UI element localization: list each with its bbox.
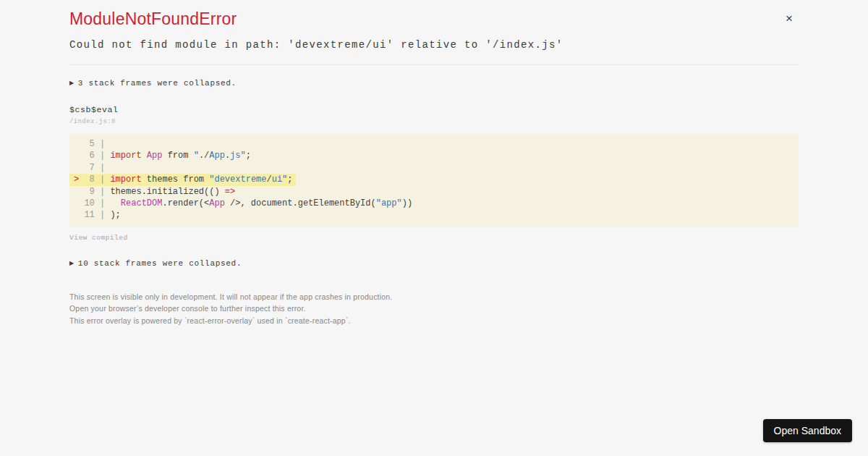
footer-line-console: Open your browser’s developer console to… — [69, 303, 799, 314]
collapsed-frames-label: 10 stack frames were collapsed. — [78, 259, 242, 268]
stack-collapse-toggle-top[interactable]: ▶3 stack frames were collapsed. — [69, 79, 799, 88]
footer-note: This screen is visible only in developme… — [69, 291, 799, 326]
code-line: > 8 | import themes from "devextreme/ui"… — [69, 174, 799, 185]
collapsed-frames-label: 3 stack frames were collapsed. — [78, 79, 237, 88]
stack-collapse-toggle-bottom[interactable]: ▶10 stack frames were collapsed. — [69, 259, 799, 268]
error-overlay: ModuleNotFoundError × Could not find mod… — [0, 0, 868, 326]
code-line: 11 | ); — [69, 209, 799, 221]
error-title: ModuleNotFoundError — [69, 9, 237, 28]
code-line: 5 | — [69, 138, 799, 150]
open-sandbox-button[interactable]: Open Sandbox — [763, 419, 852, 442]
collapse-arrow-icon: ▶ — [69, 80, 75, 86]
footer-line-powered-by: This error overlay is powered by `react-… — [69, 315, 799, 326]
stack-frame: $csb$eval /index.js:8 — [69, 105, 799, 125]
code-line: 7 | — [69, 162, 799, 174]
header-divider — [69, 64, 799, 65]
code-line: 6 | import App from "./App.js"; — [69, 150, 799, 161]
error-message: Could not find module in path: 'devextre… — [69, 39, 799, 51]
close-icon: × — [786, 12, 793, 25]
collapse-arrow-icon: ▶ — [69, 260, 75, 266]
error-overlay-header: ModuleNotFoundError × — [69, 9, 799, 28]
close-button[interactable]: × — [781, 9, 797, 28]
frame-location: /index.js:8 — [69, 118, 799, 125]
frame-function-name: $csb$eval — [69, 105, 799, 114]
code-line: 9 | themes.initialized(() => — [69, 186, 799, 198]
view-compiled-link[interactable]: View compiled — [69, 234, 799, 242]
footer-line-development: This screen is visible only in developme… — [69, 291, 799, 303]
code-block: 5 | 6 | import App from "./App.js"; 7 | … — [69, 134, 799, 227]
code-line: 10 | ReactDOM.render(<App />, document.g… — [69, 198, 799, 209]
